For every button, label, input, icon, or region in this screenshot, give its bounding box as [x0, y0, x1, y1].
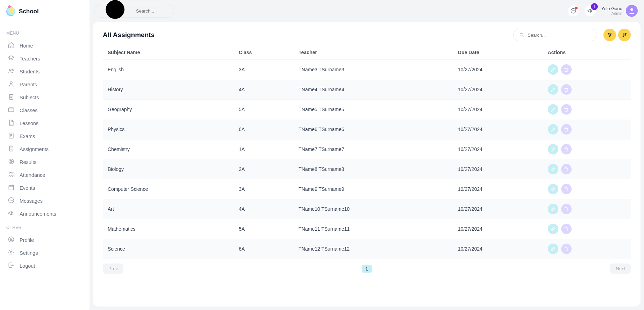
sidebar-item-assignments[interactable]: Assignments — [6, 143, 83, 156]
edit-button[interactable] — [548, 164, 558, 174]
cell-class: 5A — [234, 100, 294, 120]
svg-rect-4 — [9, 108, 14, 112]
table-row[interactable]: Art4ATName10 TSurname1010/27/2024 — [103, 199, 631, 219]
svg-point-21 — [106, 0, 124, 19]
avatar[interactable] — [626, 5, 638, 17]
user-name: Yelo Gono — [601, 6, 622, 11]
next-button[interactable]: Next — [610, 264, 631, 274]
global-search-input[interactable] — [136, 8, 168, 14]
sidebar-item-messages[interactable]: Messages — [6, 194, 83, 207]
sidebar-item-logout[interactable]: Logout — [6, 259, 83, 272]
messages-button[interactable] — [568, 5, 579, 16]
sidebar-item-home[interactable]: Home — [6, 39, 83, 52]
sidebar-item-attendance[interactable]: Attendance — [6, 168, 83, 181]
cell-class: 2A — [234, 159, 294, 179]
delete-button[interactable] — [561, 244, 572, 254]
notification-badge: 1 — [591, 3, 598, 10]
cell-due: 10/27/2024 — [453, 179, 543, 199]
table-row[interactable]: Chemistry1ATName7 TSurname710/27/2024 — [103, 139, 631, 159]
sidebar-item-results[interactable]: Results — [6, 156, 83, 168]
edit-button[interactable] — [548, 104, 558, 115]
cell-class: 5A — [234, 219, 294, 239]
delete-button[interactable] — [561, 124, 572, 135]
sidebar-item-announcements[interactable]: Announcements — [6, 207, 83, 220]
menu-item-label: Students — [20, 69, 40, 74]
edit-button[interactable] — [548, 144, 558, 154]
delete-button[interactable] — [561, 184, 572, 194]
sidebar-item-events[interactable]: Events — [6, 181, 83, 194]
svg-point-29 — [610, 35, 611, 36]
table-row[interactable]: History4ATName4 TSurname410/27/2024 — [103, 80, 631, 100]
filter-button[interactable] — [603, 29, 616, 41]
trash-icon — [564, 127, 569, 132]
delete-button[interactable] — [561, 164, 572, 174]
delete-button[interactable] — [561, 84, 572, 95]
menu-item-label: Lessons — [20, 121, 38, 126]
sidebar-item-settings[interactable]: Settings — [6, 246, 83, 259]
edit-button[interactable] — [548, 64, 558, 75]
table-row[interactable]: Mathematics5ATName11 TSurname1110/27/202… — [103, 219, 631, 239]
delete-button[interactable] — [561, 64, 572, 75]
edit-button[interactable] — [548, 184, 558, 194]
cell-due: 10/27/2024 — [453, 80, 543, 100]
sidebar-item-classes[interactable]: Classes — [6, 104, 83, 117]
svg-point-30 — [609, 36, 610, 37]
svg-point-27 — [520, 33, 523, 36]
edit-icon — [550, 87, 556, 92]
page-number[interactable]: 1 — [362, 265, 372, 273]
sidebar-item-parents[interactable]: Parents — [6, 78, 83, 91]
table-search-input[interactable] — [528, 33, 591, 38]
table-row[interactable]: Biology2ATName8 TSurname810/27/2024 — [103, 159, 631, 179]
delete-button[interactable] — [561, 224, 572, 234]
delete-button[interactable] — [561, 104, 572, 115]
content-card: All Assignments Subject Name Class Teach… — [93, 22, 641, 307]
global-search[interactable] — [94, 4, 174, 18]
table-search[interactable] — [513, 29, 597, 41]
user-block[interactable]: Yelo Gono Admin — [601, 5, 638, 17]
sidebar-item-students[interactable]: Students — [6, 65, 83, 78]
avatar-icon — [628, 7, 636, 15]
svg-point-26 — [630, 8, 633, 11]
svg-point-19 — [10, 238, 12, 240]
sort-button[interactable] — [618, 29, 631, 41]
cell-actions — [543, 199, 631, 219]
assignments-table: Subject Name Class Teacher Due Date Acti… — [103, 45, 631, 259]
cell-subject: Chemistry — [103, 139, 234, 159]
sidebar-item-lessons[interactable]: Lessons — [6, 117, 83, 130]
table-row[interactable]: Computer Science3ATName9 TSurname910/27/… — [103, 179, 631, 199]
edit-button[interactable] — [548, 224, 558, 234]
edit-icon — [550, 246, 556, 252]
sidebar-item-teachers[interactable]: Teachers — [6, 52, 83, 65]
brand-name: School — [19, 8, 39, 15]
cell-subject: Physics — [103, 120, 234, 139]
table-row[interactable]: English3ATName3 TSurname310/27/2024 — [103, 60, 631, 80]
menu-item-label: Attendance — [20, 172, 45, 178]
edit-button[interactable] — [548, 204, 558, 214]
edit-icon — [550, 127, 556, 132]
pager: Prev 1 Next — [103, 264, 631, 274]
sidebar-item-profile[interactable]: Profile — [6, 233, 83, 246]
menu-item-label: Settings — [20, 250, 38, 256]
table-row[interactable]: Physics6ATName6 TSurname610/27/2024 — [103, 120, 631, 139]
svg-point-16 — [11, 200, 12, 201]
cap-icon — [8, 55, 15, 63]
sidebar-item-exams[interactable]: Exams — [6, 130, 83, 143]
menu-item-label: Subjects — [20, 95, 39, 100]
table-row[interactable]: Science6ATName12 TSurname1210/27/2024 — [103, 239, 631, 259]
cell-subject: Geography — [103, 100, 234, 120]
sidebar-item-subjects[interactable]: Subjects — [6, 91, 83, 104]
edit-button[interactable] — [548, 124, 558, 135]
cell-due: 10/27/2024 — [453, 159, 543, 179]
svg-point-10 — [9, 172, 10, 173]
edit-icon — [550, 147, 556, 152]
brand[interactable]: School — [6, 7, 83, 16]
svg-point-20 — [10, 252, 12, 253]
delete-button[interactable] — [561, 204, 572, 214]
announcements-button[interactable]: 1 — [585, 5, 596, 16]
svg-point-0 — [9, 69, 11, 71]
edit-button[interactable] — [548, 84, 558, 95]
prev-button[interactable]: Prev — [103, 264, 123, 274]
edit-button[interactable] — [548, 244, 558, 254]
table-row[interactable]: Geography5ATName5 TSurname510/27/2024 — [103, 100, 631, 120]
delete-button[interactable] — [561, 144, 572, 154]
